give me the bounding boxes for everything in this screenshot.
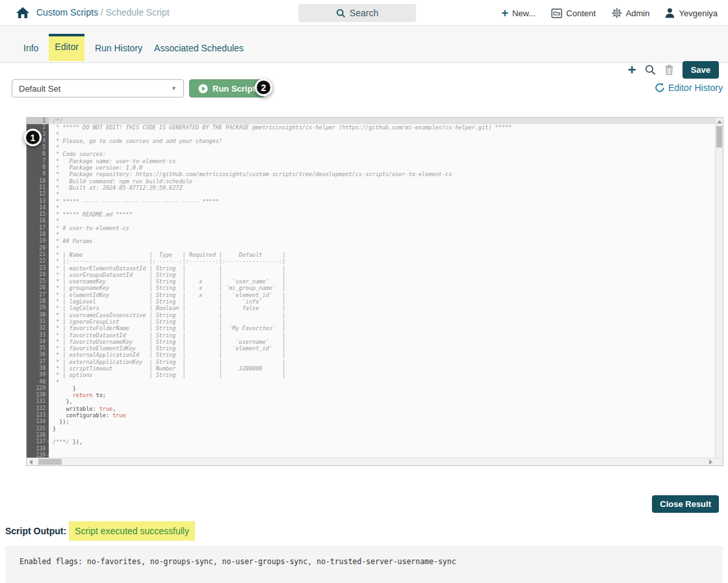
line-number: 9	[27, 171, 49, 177]
code-line[interactable]: 133 configurable: true	[27, 412, 715, 419]
code-line[interactable]: 25 * | usernameKey | String | x | 'user_…	[27, 278, 715, 285]
tab-editor[interactable]: Editor	[49, 34, 84, 61]
code-line[interactable]: 33 * | favoriteDatasetId | String | | |	[27, 332, 715, 339]
save-button[interactable]: Save	[682, 61, 719, 79]
code-line[interactable]: 138	[27, 446, 715, 452]
code-text: configurable: true	[49, 412, 715, 419]
code-line[interactable]: 26 * | groupnameKey | String | x | 'mi_g…	[27, 285, 715, 291]
code-line[interactable]: 5 *	[27, 144, 715, 151]
code-line[interactable]: 20 *	[27, 245, 715, 252]
code-line[interactable]: 30 * | usernameCaseInsensitive | String …	[27, 312, 715, 318]
code-text: * Package repository: https://github.com…	[49, 171, 715, 177]
scroll-right-icon[interactable]	[709, 460, 712, 465]
code-line[interactable]: 6 * Code sources:	[27, 151, 715, 157]
script-status-badge: Script executed successfully	[69, 521, 195, 541]
delete-icon[interactable]	[664, 64, 674, 75]
fold-arrow-icon[interactable]: ▾	[47, 452, 49, 458]
code-text: * Code sources:	[49, 151, 715, 157]
code-line[interactable]: 28 * | logLevel | String | | 'info' |	[27, 298, 715, 305]
code-line[interactable]: 8 * Package version: 1.0.0	[27, 164, 715, 171]
code-line[interactable]: 11 * Built at: 2024-05-07T12:29:59.627Z	[27, 185, 715, 191]
code-line[interactable]: 15 * ***** README.md *****	[27, 211, 715, 218]
plus-icon: +	[501, 7, 508, 19]
horizontal-scrollbar-thumb[interactable]	[38, 459, 62, 465]
code-text: * | userGroupsDatasetId | String | | |	[49, 272, 715, 278]
code-rows: 1/*!2 * ***** DO NOT EDIT! THIS CODE IS …	[27, 118, 715, 458]
code-line[interactable]: 2 * ***** DO NOT EDIT! THIS CODE IS GENE…	[27, 124, 715, 131]
editor-history-link[interactable]: Editor History	[655, 83, 723, 93]
code-line[interactable]: 27 * | elementIdKey | String | x | 'elem…	[27, 292, 715, 298]
code-line[interactable]: 135}	[27, 426, 715, 432]
code-line[interactable]: 22 * |:------------------------|:-------…	[27, 258, 715, 265]
search-button[interactable]: Search	[298, 4, 416, 22]
code-line[interactable]: 10 * Build command: npm run build:schedu…	[27, 178, 715, 185]
code-line[interactable]: 3 *	[27, 131, 715, 138]
line-number: 26	[27, 285, 49, 291]
nav-item-content[interactable]: Content	[551, 8, 596, 18]
code-line[interactable]: 12 *	[27, 191, 715, 198]
scroll-up-icon[interactable]	[717, 120, 722, 123]
code-line[interactable]: 18 *	[27, 231, 715, 238]
fold-arrow-icon[interactable]: ▾	[47, 439, 49, 445]
code-line[interactable]: 38 * | scriptTimeout | Number | | 320000…	[27, 365, 715, 372]
code-line[interactable]: 17 * # user-to-element-cs	[27, 225, 715, 231]
line-number: 39	[27, 372, 49, 378]
code-line[interactable]: 35 * | favoriteElementIdKey | String | |…	[27, 345, 715, 352]
code-line[interactable]: 137▾/***/ }),	[27, 439, 715, 445]
code-line[interactable]: 36 * | externalApplicationId | String | …	[27, 352, 715, 358]
code-line[interactable]: 21 * | Name | Type | Required | Default …	[27, 252, 715, 258]
code-text: * Please, go to code sources and add you…	[49, 138, 715, 144]
breadcrumb-section[interactable]: Custom Scripts	[36, 7, 98, 18]
code-text: * | scriptTimeout | Number | | 3200000 |	[49, 365, 715, 372]
code-line[interactable]: 131 },	[27, 398, 715, 405]
code-line[interactable]: 23 * | masterElementsDatasetId | String …	[27, 265, 715, 272]
code-line[interactable]: 132 writable: true,	[27, 406, 715, 412]
code-editor[interactable]: 1/*!2 * ***** DO NOT EDIT! THIS CODE IS …	[26, 117, 723, 466]
code-line[interactable]: 40 *	[27, 379, 715, 385]
close-result-button[interactable]: Close Result	[652, 495, 719, 513]
code-line[interactable]: 13 * ***** ----- ----- ----- ----- -----…	[27, 198, 715, 205]
breadcrumb-separator: /	[101, 7, 103, 18]
scroll-left-icon[interactable]	[29, 460, 32, 465]
nav-item-new[interactable]: + New...	[501, 7, 536, 19]
run-script-button[interactable]: Run Script	[189, 79, 265, 97]
code-line[interactable]: 130 return to;	[27, 392, 715, 398]
code-line[interactable]: 14 *	[27, 205, 715, 211]
top-bar: Custom Scripts / Schedule Script Search …	[0, 0, 728, 26]
nav-item-admin[interactable]: Admin	[612, 8, 650, 18]
code-line[interactable]: 4 * Please, go to code sources and add y…	[27, 138, 715, 144]
tab-info[interactable]: Info	[22, 38, 40, 62]
vertical-scrollbar[interactable]	[715, 118, 723, 458]
code-line[interactable]: 9 * Package repository: https://github.c…	[27, 171, 715, 177]
code-line[interactable]: 1/*!	[27, 118, 715, 124]
tab-run-history[interactable]: Run History	[94, 38, 144, 62]
nav-item-user[interactable]: Yevgeniya	[665, 8, 718, 18]
line-number: 12	[27, 191, 49, 198]
code-line[interactable]: 39 * | options | String | | |	[27, 372, 715, 378]
code-line[interactable]: 16 *	[27, 218, 715, 224]
code-line[interactable]: 32 * | favoriteFolderName | String | | '…	[27, 325, 715, 331]
code-line[interactable]: 139▾	[27, 452, 715, 458]
code-line[interactable]: 31 * | ignoreGroupList | String | | |	[27, 318, 715, 325]
tab-associated-schedules[interactable]: Associated Schedules	[153, 38, 245, 62]
code-line[interactable]: 7 * Package name: user-to-element-cs	[27, 158, 715, 164]
vertical-scrollbar-thumb[interactable]	[716, 126, 722, 148]
search-icon[interactable]	[645, 64, 656, 75]
code-line[interactable]: 134 });	[27, 419, 715, 425]
code-line[interactable]: 29 * | logColors | Boolean | | false |	[27, 305, 715, 311]
line-number: 22	[27, 258, 49, 265]
script-set-select[interactable]: Default Set ▼	[12, 79, 184, 97]
code-line[interactable]: 19 * ## Params	[27, 238, 715, 244]
code-line[interactable]: 34 * | favoriteUsernameKey | String | | …	[27, 339, 715, 345]
home-icon[interactable]	[16, 6, 30, 20]
code-line[interactable]: 129 }	[27, 385, 715, 392]
code-line[interactable]: 24 * | userGroupsDatasetId | String | | …	[27, 272, 715, 278]
line-number: 129	[27, 385, 49, 392]
code-line[interactable]: 136	[27, 432, 715, 439]
code-line[interactable]: 37 * | externalApplicationKey | String |…	[27, 359, 715, 365]
script-output-box: Enabled flags: no-favorites, no-groups-s…	[5, 546, 723, 583]
line-number[interactable]: 137▾	[27, 439, 49, 445]
line-number[interactable]: 139▾	[27, 452, 49, 458]
add-icon[interactable]: +	[628, 63, 636, 77]
horizontal-scrollbar[interactable]	[27, 458, 723, 465]
